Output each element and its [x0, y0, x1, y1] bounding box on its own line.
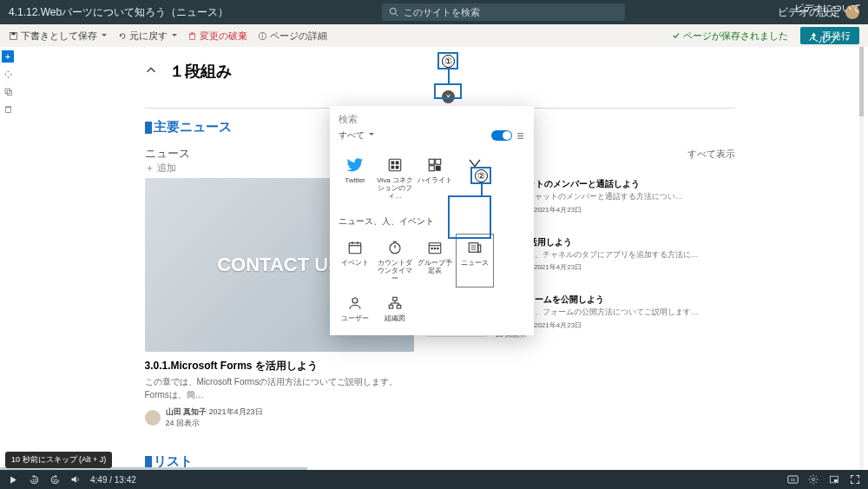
- svg-rect-45: [478, 245, 481, 252]
- wp-people[interactable]: ユーザー: [335, 288, 375, 328]
- svg-rect-31: [436, 166, 441, 171]
- wp-group-calendar[interactable]: グループ予定表: [415, 233, 455, 287]
- filter-all[interactable]: すべて: [339, 129, 374, 142]
- annotation-label-2: ②: [470, 167, 491, 184]
- wp-countdown[interactable]: カウントダウンタイマー: [375, 233, 415, 287]
- annotation-connector-1: [448, 68, 450, 83]
- svg-rect-32: [349, 243, 361, 254]
- volume-button[interactable]: [69, 473, 82, 486]
- svg-rect-28: [429, 159, 434, 164]
- video-control-bar: 10 10 4:49 / 13:42 cc: [0, 470, 868, 489]
- wp-orgchart[interactable]: 組織図: [375, 288, 415, 328]
- svg-rect-67: [834, 479, 838, 482]
- hero-desc: この章では、Microsoft Formsの活用方法についてご説明します。 Fo…: [145, 375, 414, 401]
- skip-tooltip: 10 秒前にスキップ (Alt + J): [5, 452, 112, 468]
- svg-point-65: [812, 479, 815, 481]
- skip-fwd-button[interactable]: 10: [49, 473, 61, 486]
- twitter-icon: [345, 155, 365, 175]
- orgchart-icon: [385, 294, 404, 313]
- svg-marker-58: [32, 474, 34, 477]
- svg-text:10: 10: [32, 478, 36, 482]
- video-time: 4:49 / 13:42: [90, 475, 136, 485]
- annotation-box-1: [434, 83, 462, 99]
- captions-button[interactable]: cc: [786, 473, 799, 486]
- delete-icon[interactable]: [2, 102, 14, 115]
- timer-icon: [385, 238, 404, 257]
- toolbox-category: ニュース、人、イベント: [330, 212, 534, 229]
- page-details-button[interactable]: ページの詳細: [258, 30, 327, 43]
- svg-rect-12: [5, 107, 10, 112]
- svg-marker-60: [55, 474, 56, 477]
- svg-marker-62: [72, 476, 76, 483]
- svg-rect-11: [7, 90, 12, 96]
- copy-icon[interactable]: [2, 85, 14, 97]
- news-icon: [465, 238, 484, 257]
- hero-byline: 山田 真知子 2021年4月23日 24 回表示: [145, 406, 414, 429]
- video-about-overlay: ビデオについて: [794, 2, 861, 15]
- svg-rect-50: [393, 297, 398, 301]
- highlight-icon: [425, 155, 444, 175]
- svg-rect-25: [396, 162, 399, 165]
- webpart-title-news: ニュース: [145, 146, 190, 162]
- move-icon[interactable]: [2, 68, 14, 80]
- save-as-draft-button[interactable]: 下書きとして保存: [9, 30, 107, 43]
- hero-title: 3.0.1.Microsoft Forms を活用しよう: [145, 359, 414, 373]
- svg-point-0: [390, 8, 396, 14]
- annotation-box-2: [448, 195, 491, 239]
- svg-text:10: 10: [53, 478, 57, 482]
- discard-button[interactable]: 変更の破棄: [187, 30, 247, 43]
- svg-rect-24: [391, 162, 395, 165]
- wp-viva[interactable]: Viva コネクションのフィ…: [375, 150, 415, 205]
- svg-point-9: [262, 33, 263, 34]
- svg-rect-51: [389, 305, 393, 308]
- undo-button[interactable]: 元に戻す: [117, 30, 177, 43]
- add-section-button[interactable]: +: [2, 50, 14, 63]
- annotation-label-1: ①: [437, 52, 458, 69]
- svg-rect-23: [389, 159, 401, 171]
- add-news-link[interactable]: ＋ 追加: [145, 162, 190, 175]
- pip-button[interactable]: [828, 473, 840, 486]
- section-toolbox-strip: +: [0, 47, 16, 470]
- annotation-connector-2: [481, 184, 483, 195]
- scrollbar[interactable]: [859, 47, 864, 470]
- wp-news[interactable]: ニュース: [455, 233, 495, 287]
- fullscreen-button[interactable]: [849, 473, 861, 486]
- viva-icon: [385, 155, 404, 175]
- svg-point-49: [352, 298, 358, 303]
- svg-rect-43: [437, 248, 438, 249]
- svg-rect-10: [5, 89, 10, 94]
- chevron-up-icon[interactable]: [145, 63, 157, 81]
- skip-back-button[interactable]: 10: [28, 473, 40, 486]
- list-view-icon[interactable]: [516, 131, 525, 141]
- group-calendar-icon: [425, 238, 444, 257]
- svg-rect-3: [11, 32, 15, 35]
- svg-line-1: [395, 13, 398, 16]
- view-toggle[interactable]: [491, 130, 512, 141]
- svg-rect-29: [436, 159, 441, 164]
- play-button[interactable]: [7, 473, 19, 486]
- search-icon: [389, 7, 398, 18]
- svg-rect-26: [391, 166, 395, 169]
- wp-twitter[interactable]: Twitter: [335, 150, 375, 205]
- svg-rect-42: [434, 248, 436, 249]
- help-overlay[interactable]: ヘルプ: [809, 33, 851, 46]
- svg-rect-52: [397, 305, 401, 308]
- toolbox-search[interactable]: 検索: [330, 106, 534, 128]
- svg-rect-30: [429, 166, 434, 171]
- settings-button[interactable]: [807, 473, 819, 486]
- command-bar: 下書きとして保存 元に戻す 変更の破棄 ページの詳細 ページが保存されました 再…: [0, 24, 868, 47]
- saved-status: ページが保存されました: [672, 30, 788, 43]
- webpart-toolbox: 検索 すべて Twitter Viva コネクションのフィ… ハイライト: [330, 106, 534, 335]
- user-icon: [345, 294, 365, 313]
- svg-rect-4: [190, 34, 195, 39]
- suite-header: 4.1.12.Webパーツについて知ろう（ニュース） このサイトを検索 ビデオの…: [0, 0, 868, 24]
- author-avatar: [145, 410, 161, 426]
- svg-text:cc: cc: [791, 478, 795, 482]
- search-placeholder: このサイトを検索: [404, 6, 480, 19]
- svg-rect-41: [431, 248, 433, 249]
- svg-marker-57: [10, 476, 16, 483]
- see-all-link[interactable]: すべて表示: [687, 148, 735, 161]
- site-search[interactable]: このサイトを検索: [382, 3, 625, 21]
- wp-events[interactable]: イベント: [335, 233, 375, 287]
- calendar-icon: [345, 238, 365, 257]
